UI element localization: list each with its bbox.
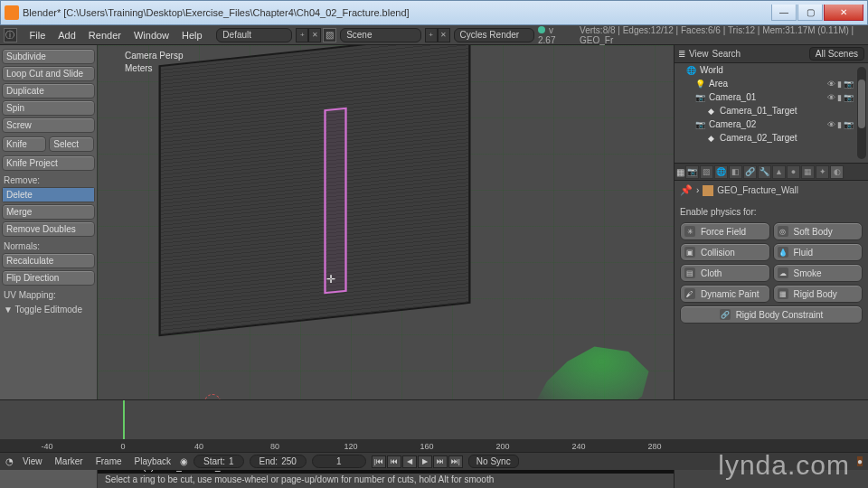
- outliner-scrollbar[interactable]: [857, 67, 866, 159]
- tab-scene[interactable]: ▨: [700, 165, 713, 179]
- tab-particles[interactable]: ✦: [816, 165, 829, 179]
- smoke-button[interactable]: ☁Smoke: [773, 264, 863, 282]
- window-title: Blender* [C:\Users\Training\Desktop\Exer…: [19, 7, 771, 18]
- spin-button[interactable]: Spin: [2, 100, 95, 116]
- timeline-playhead[interactable]: [123, 400, 125, 439]
- scene-add-button[interactable]: +: [425, 28, 438, 42]
- tab-physics[interactable]: ◐: [830, 165, 844, 179]
- lamp-icon: 💡: [694, 79, 705, 89]
- tab-world[interactable]: 🌐: [714, 165, 728, 179]
- outliner-item-camera-01-target[interactable]: ◆Camera_01_Target: [675, 104, 868, 117]
- jump-end-button[interactable]: ⏭|: [448, 455, 463, 468]
- eye-icon[interactable]: 👁: [827, 93, 835, 102]
- outliner[interactable]: 🌐World 💡Area👁▮📷 📷Camera_01👁▮📷 ◆Camera_01…: [675, 63, 868, 163]
- outliner-display-dropdown[interactable]: All Scenes: [809, 47, 864, 61]
- outliner-item-camera-01[interactable]: 📷Camera_01👁▮📷: [675, 90, 868, 104]
- screen-layout-dropdown[interactable]: Default: [216, 28, 292, 42]
- timeline-menu-marker[interactable]: Marker: [52, 456, 87, 466]
- outliner-menu-search[interactable]: Search: [712, 49, 741, 59]
- tab-data[interactable]: ▲: [772, 165, 786, 179]
- info-editor-icon[interactable]: ⓘ: [4, 28, 17, 42]
- screw-button[interactable]: Screw: [2, 117, 95, 133]
- tick-label: 120: [344, 442, 357, 451]
- viewport-3d[interactable]: Camera Persp Meters ✛ z y: [98, 45, 674, 461]
- properties-editor-icon[interactable]: ▦: [676, 167, 684, 177]
- close-button[interactable]: ✕: [824, 5, 863, 21]
- outliner-menu-view[interactable]: View: [689, 49, 709, 59]
- sync-mode-dropdown[interactable]: No Sync: [468, 455, 519, 468]
- menu-add[interactable]: Add: [52, 28, 81, 42]
- fluid-button[interactable]: 💧Fluid: [773, 243, 863, 261]
- tab-object[interactable]: ◧: [729, 165, 742, 179]
- delete-option[interactable]: Delete: [3, 188, 94, 202]
- tab-texture[interactable]: ▦: [801, 165, 815, 179]
- timeline-menu-playback[interactable]: Playback: [131, 456, 175, 466]
- frame-end-field[interactable]: End:250: [250, 455, 307, 468]
- softbody-button[interactable]: ◎Soft Body: [773, 222, 863, 240]
- render-engine-dropdown[interactable]: Cycles Render: [454, 28, 534, 42]
- record-icon[interactable]: ◉: [180, 456, 188, 466]
- tab-constraints[interactable]: 🔗: [743, 165, 757, 179]
- layout-delete-button[interactable]: ✕: [308, 28, 321, 42]
- eye-icon[interactable]: 👁: [827, 120, 835, 129]
- delete-dropdown[interactable]: Delete: [2, 187, 95, 202]
- scene-dropdown[interactable]: Scene: [340, 28, 420, 42]
- tick-label: 80: [270, 442, 279, 451]
- timeline-editor-icon[interactable]: ◔: [5, 456, 14, 466]
- cursor-icon[interactable]: ▮: [837, 93, 842, 102]
- outliner-item-world[interactable]: 🌐World: [675, 63, 868, 77]
- jump-start-button[interactable]: |⏮: [372, 455, 386, 468]
- cursor-icon[interactable]: ▮: [837, 120, 842, 129]
- outliner-item-camera-02-target[interactable]: ◆Camera_02_Target: [675, 131, 868, 145]
- flip-direction-button[interactable]: Flip Direction: [2, 270, 95, 286]
- collision-button[interactable]: ▣Collision: [680, 243, 770, 261]
- menu-file[interactable]: File: [24, 28, 52, 42]
- rigid-body-constraint-button[interactable]: 🔗Rigid Body Constraint: [680, 305, 863, 324]
- timeline-menu-view[interactable]: View: [19, 456, 46, 466]
- knife-button[interactable]: Knife: [2, 136, 46, 152]
- maximize-button[interactable]: ▢: [797, 5, 823, 21]
- autokey-icon[interactable]: ●: [857, 456, 863, 466]
- cloth-button[interactable]: ▤Cloth: [680, 264, 770, 282]
- menu-render[interactable]: Render: [83, 28, 127, 42]
- keyframe-prev-button[interactable]: ⏮: [387, 455, 401, 468]
- removedoubles-button[interactable]: Remove Doubles: [2, 221, 95, 237]
- toggle-editmode-header[interactable]: ▼ Toggle Editmode: [4, 305, 93, 314]
- outliner-item-camera-02[interactable]: 📷Camera_02👁▮📷: [675, 117, 868, 131]
- timeline[interactable]: -40 0 40 80 120 160 200 240 280: [0, 399, 868, 452]
- outliner-item-area[interactable]: 💡Area👁▮📷: [675, 77, 868, 90]
- subdivide-button[interactable]: Subdivide: [2, 49, 95, 64]
- timeline-menu-frame[interactable]: Frame: [92, 456, 126, 466]
- dynamic-paint-button[interactable]: 🖌Dynamic Paint: [680, 285, 770, 303]
- eye-icon[interactable]: 👁: [827, 80, 835, 89]
- layout-prev-button[interactable]: +: [296, 28, 308, 42]
- knifeproject-button[interactable]: Knife Project: [2, 155, 95, 171]
- loopcut-button[interactable]: Loop Cut and Slide: [2, 66, 95, 81]
- outliner-editor-icon[interactable]: ≣: [678, 49, 685, 59]
- rigid-body-button[interactable]: ▦Rigid Body: [773, 285, 863, 303]
- play-button[interactable]: ▶: [418, 455, 432, 468]
- merge-button[interactable]: Merge: [2, 204, 95, 220]
- frame-current-field[interactable]: 1: [312, 455, 366, 468]
- keyframe-next-button[interactable]: ⏭: [433, 455, 448, 468]
- cursor-icon[interactable]: ▮: [837, 80, 842, 89]
- frame-start-field[interactable]: Start:1: [193, 455, 243, 468]
- scene-delete-button[interactable]: ✕: [438, 28, 450, 42]
- duplicate-button[interactable]: Duplicate: [2, 83, 95, 99]
- menu-help[interactable]: Help: [176, 28, 208, 42]
- render-icon[interactable]: 📷: [844, 93, 854, 102]
- render-icon[interactable]: 📷: [844, 80, 854, 89]
- recalculate-button[interactable]: Recalculate: [2, 253, 95, 268]
- menu-window[interactable]: Window: [128, 28, 175, 42]
- forcefield-button[interactable]: ✳Force Field: [680, 222, 770, 240]
- mesh-wall: [159, 45, 471, 336]
- tick-label: 0: [120, 442, 125, 451]
- pin-icon[interactable]: 📌: [680, 184, 693, 196]
- play-reverse-button[interactable]: ◀: [402, 455, 417, 468]
- tab-modifiers[interactable]: 🔧: [758, 165, 771, 179]
- knife-select-button[interactable]: Select: [49, 136, 93, 152]
- minimize-button[interactable]: —: [771, 5, 797, 21]
- tab-material[interactable]: ●: [787, 165, 800, 179]
- render-icon[interactable]: 📷: [844, 120, 854, 129]
- tab-render[interactable]: 📷: [685, 165, 699, 179]
